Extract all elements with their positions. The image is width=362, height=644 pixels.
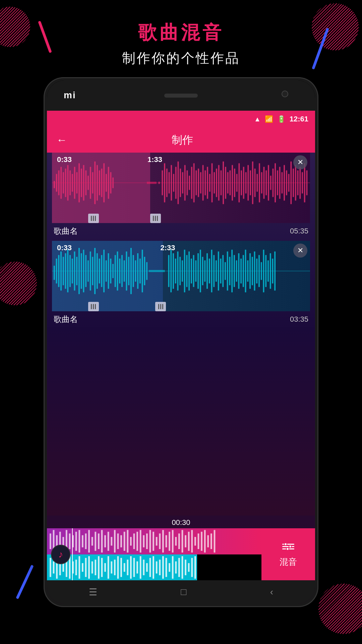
player-playhead [72, 528, 73, 580]
svg-rect-284 [194, 556, 196, 579]
signal-icon: 📶 [265, 115, 273, 123]
svg-rect-196 [78, 530, 80, 552]
track1-close-button[interactable]: ✕ [293, 155, 307, 169]
svg-rect-227 [178, 534, 180, 549]
svg-rect-221 [159, 534, 161, 549]
svg-rect-276 [169, 563, 170, 572]
svg-rect-283 [191, 558, 193, 577]
svg-rect-226 [175, 537, 177, 546]
svg-rect-256 [104, 563, 106, 572]
svg-rect-254 [98, 556, 100, 579]
deco-circle-midleft [0, 262, 37, 305]
svg-rect-211 [127, 530, 128, 552]
svg-rect-235 [204, 530, 206, 552]
svg-rect-208 [117, 534, 119, 549]
track1-trim-handle-left[interactable] [88, 214, 99, 223]
svg-rect-232 [194, 537, 196, 546]
svg-rect-217 [146, 534, 148, 549]
svg-rect-255 [101, 558, 103, 577]
svg-rect-280 [182, 556, 183, 579]
phone-bezel-top: mi [47, 80, 315, 111]
bottom-player: ♪ [47, 528, 315, 580]
track2-name: 歌曲名 [54, 314, 78, 325]
svg-rect-236 [207, 535, 209, 547]
mi-logo: mi [64, 90, 76, 101]
page-title: 制作 [70, 133, 295, 148]
svg-rect-224 [169, 532, 170, 551]
svg-rect-264 [130, 556, 132, 579]
svg-rect-245 [69, 556, 71, 579]
play-icon: ♪ [58, 549, 63, 560]
svg-rect-237 [210, 534, 212, 549]
track2-waveform-area[interactable]: 0:33 2:33 ✕ [52, 241, 310, 311]
svg-rect-231 [191, 530, 193, 552]
svg-rect-209 [120, 535, 122, 547]
player-track1-svg [47, 528, 261, 554]
nav-home-button[interactable]: □ [181, 587, 186, 597]
player-waveform[interactable]: ♪ [47, 528, 261, 580]
nav-menu-button[interactable]: ☰ [89, 587, 97, 598]
svg-rect-258 [111, 561, 112, 573]
mix-button[interactable]: 混音 [261, 528, 315, 580]
svg-rect-0 [54, 181, 55, 188]
mix-label: 混音 [280, 556, 297, 568]
svg-rect-212 [130, 537, 132, 546]
track2-trim-handle-left[interactable] [88, 302, 99, 311]
svg-rect-191 [62, 537, 64, 546]
playback-time: 00:30 [47, 516, 315, 528]
page-title-area: 歌曲混音 制作你的个性作品 [0, 20, 362, 67]
svg-rect-271 [153, 556, 154, 579]
wifi-icon: ▲ [254, 115, 261, 123]
bottom-nav: ☰ □ ‹ [47, 580, 315, 604]
track1-trim-handles [52, 213, 310, 223]
svg-rect-263 [127, 559, 128, 575]
svg-rect-199 [88, 530, 90, 552]
svg-rect-207 [114, 530, 116, 552]
svg-point-288 [284, 543, 287, 545]
svg-rect-213 [133, 534, 135, 549]
track2-waveform-svg [52, 241, 310, 301]
svg-rect-233 [198, 534, 199, 549]
svg-rect-281 [185, 559, 186, 575]
svg-rect-277 [172, 556, 174, 579]
svg-rect-197 [82, 535, 83, 547]
svg-rect-239 [50, 558, 51, 577]
svg-rect-252 [92, 561, 93, 573]
page-title-sub: 制作你的个性作品 [0, 49, 362, 67]
track2-trim-handles [52, 301, 310, 311]
svg-rect-215 [140, 530, 141, 552]
main-content: 0:33 1:33 ✕ [47, 153, 315, 604]
track2-info: 歌曲名 03:35 [47, 311, 315, 327]
svg-rect-195 [75, 532, 77, 551]
svg-rect-204 [104, 535, 106, 547]
track1-name: 歌曲名 [54, 226, 78, 236]
svg-rect-187 [50, 534, 51, 549]
svg-rect-230 [188, 532, 190, 551]
svg-rect-228 [182, 530, 183, 552]
track1-waveform-area[interactable]: 0:33 1:33 ✕ [52, 153, 310, 223]
svg-rect-265 [133, 558, 135, 577]
play-button[interactable]: ♪ [51, 545, 70, 564]
svg-rect-203 [101, 530, 103, 552]
svg-rect-253 [95, 559, 96, 575]
svg-rect-270 [149, 558, 151, 577]
track2-close-button[interactable]: ✕ [293, 244, 307, 258]
track2-duration: 03:35 [290, 315, 308, 324]
svg-rect-95 [54, 266, 55, 280]
svg-rect-240 [53, 561, 55, 573]
status-time: 12:61 [290, 115, 308, 123]
page-title-main: 歌曲混音 [0, 20, 362, 46]
svg-rect-261 [120, 558, 122, 577]
back-button[interactable]: ← [54, 131, 70, 149]
track1-duration: 05:35 [290, 227, 308, 235]
svg-rect-286 [282, 546, 294, 547]
track1-trim-handle-right[interactable] [150, 214, 161, 223]
svg-rect-269 [146, 563, 148, 572]
nav-back-button[interactable]: ‹ [270, 587, 273, 597]
svg-rect-249 [82, 563, 83, 572]
track2-trim-handle-right[interactable] [155, 302, 166, 311]
svg-rect-225 [172, 530, 174, 552]
svg-rect-279 [178, 558, 180, 577]
track1-info: 歌曲名 05:35 [47, 223, 315, 239]
svg-rect-251 [88, 556, 90, 579]
